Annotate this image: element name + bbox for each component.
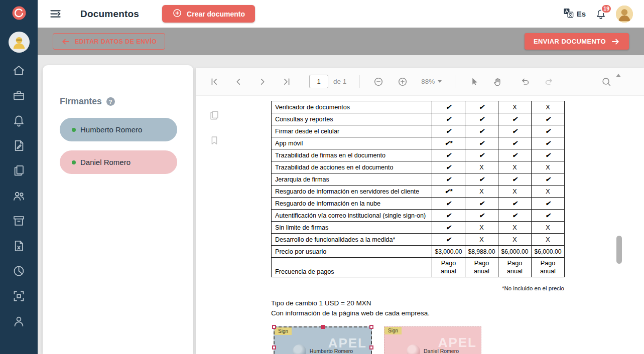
language-switcher[interactable]: Es: [563, 7, 586, 21]
send-document-label: ENVIAR DOCUMENTO: [534, 38, 606, 45]
resize-handle[interactable]: [369, 345, 373, 349]
resize-handle[interactable]: [321, 325, 325, 329]
online-dot-icon: [72, 160, 76, 164]
search-button[interactable]: [601, 76, 612, 87]
feature-cell: Resguardo de información en la nube: [272, 198, 432, 210]
value-cell: X: [532, 222, 565, 234]
send-document-button[interactable]: ENVIAR DOCUMENTO: [525, 33, 629, 50]
sidebar-item-profile[interactable]: [12, 314, 26, 328]
value-cell: ✔: [465, 198, 498, 210]
sidebar-item-archive[interactable]: [12, 214, 26, 228]
create-document-button[interactable]: Crear documento: [162, 5, 255, 23]
menu-toggle-button[interactable]: [49, 7, 62, 21]
toolbar-divider: [455, 75, 455, 88]
value-cell: ✔*: [432, 186, 465, 198]
value-cell: ✔: [432, 125, 465, 137]
sidebar-item-templates[interactable]: [12, 289, 26, 303]
value-cell: X: [532, 234, 565, 246]
user-avatar[interactable]: [616, 6, 633, 23]
value-cell: $3,000.00: [432, 246, 465, 258]
notifications-button[interactable]: 19: [595, 8, 607, 20]
plus-circle-icon: [172, 8, 182, 20]
toolbar-divider: [359, 75, 360, 88]
table-row: Sin limite de firmas✔XXX: [272, 222, 565, 234]
value-cell: ✔: [498, 149, 532, 161]
value-cell: X: [498, 101, 532, 113]
sign-document-icon: [12, 145, 26, 154]
signer-chip[interactable]: Humberto Romero: [60, 118, 177, 141]
zoom-in-button[interactable]: [397, 76, 408, 87]
sidebar-item-cases[interactable]: [12, 89, 26, 102]
next-page-button[interactable]: [257, 76, 268, 87]
undo-button[interactable]: [520, 76, 531, 87]
value-cell: ✔: [498, 173, 532, 186]
sidebar-item-home[interactable]: [12, 64, 26, 77]
arrow-left-icon: [61, 37, 70, 46]
zoom-level-dropdown[interactable]: 88%: [421, 78, 442, 85]
resize-handle[interactable]: [272, 325, 276, 329]
thumbnails-button[interactable]: [209, 110, 220, 121]
value-cell: Pago anual: [532, 258, 565, 277]
bookmark-icon: [209, 140, 220, 147]
signature-signer-name: Daniel Romero: [424, 348, 459, 354]
pdf-page: Verificador de documentos✔✔XXConsultas y…: [196, 96, 644, 354]
table-row: Verificador de documentos✔✔XX: [272, 101, 565, 113]
value-cell: ✔: [465, 125, 498, 137]
select-tool-button[interactable]: [468, 76, 479, 87]
arrow-right-icon: [611, 37, 620, 46]
value-cell: X: [465, 234, 498, 246]
feature-cell: Sin limite de firmas: [272, 222, 432, 234]
page-number-input[interactable]: [309, 75, 328, 88]
signature-signer-name: Humberto Romero: [310, 348, 353, 354]
file-x-icon: [12, 246, 26, 254]
comparison-table: Verificador de documentos✔✔XXConsultas y…: [271, 101, 565, 277]
sign-tag: Sign: [384, 327, 402, 334]
sidebar-item-sign-documents[interactable]: [12, 139, 26, 152]
feature-cell: Consultas y reportes: [272, 113, 432, 125]
table-row: Precio por usuario$3,000.00$8,988.00$6,0…: [272, 246, 565, 258]
zoom-out-button[interactable]: [373, 76, 384, 87]
scrollbar-up-arrow[interactable]: [616, 74, 621, 77]
resize-handle[interactable]: [272, 345, 276, 349]
feature-cell: Verificador de documentos: [272, 101, 432, 113]
first-page-button[interactable]: [209, 76, 220, 87]
menu-arrow-icon: [49, 15, 62, 22]
sidebar-item-spreadsheet[interactable]: [12, 239, 26, 253]
edit-send-data-label: EDITAR DATOS DE ENVÍO: [75, 38, 157, 45]
signature-field[interactable]: Sign APEL Daniel Romero: [384, 326, 481, 354]
bookmark-button[interactable]: [209, 135, 220, 146]
brand-logo[interactable]: [11, 5, 28, 22]
value-cell: X: [532, 186, 565, 198]
signature-field[interactable]: Sign APEL Humberto Romero: [274, 326, 372, 354]
value-cell: X: [498, 222, 532, 234]
edit-send-data-button[interactable]: EDITAR DATOS DE ENVÍO: [53, 33, 165, 50]
pie-chart-icon: [12, 271, 26, 279]
help-icon[interactable]: ?: [106, 97, 115, 106]
value-cell: ✔: [532, 113, 565, 125]
prev-page-button[interactable]: [233, 76, 244, 87]
topbar-right: Es 19: [563, 6, 633, 23]
feature-cell: Trazabilidad de acciones en el documento: [272, 161, 432, 173]
signature-logo-icon: [407, 344, 420, 354]
sidebar-item-notifications[interactable]: [12, 114, 26, 127]
sidebar-item-documents[interactable]: [12, 164, 26, 178]
signer-chip[interactable]: Daniel Romero: [60, 150, 177, 174]
zoom-level-value: 88%: [421, 78, 435, 85]
resize-handle[interactable]: [369, 325, 373, 329]
sidebar-item-reports[interactable]: [12, 264, 26, 278]
table-row: Consultas y reportes✔✔✔✔: [272, 113, 565, 125]
scrollbar-thumb[interactable]: [616, 236, 622, 264]
cursor-icon: [468, 81, 479, 89]
pdf-side-tools: [209, 110, 220, 146]
redo-button[interactable]: [544, 76, 555, 87]
home-icon: [12, 70, 26, 79]
table-row: Trazabilidad de firmas en el documento✔✔…: [272, 149, 565, 161]
sidebar-user-avatar[interactable]: [9, 32, 30, 53]
hand-tool-button[interactable]: [492, 76, 503, 87]
last-page-button[interactable]: [281, 76, 292, 87]
value-cell: $8,988.00: [465, 246, 498, 258]
content-area: Firmantes ? Humberto Romero Daniel Romer…: [38, 55, 644, 354]
page-count-label: de 1: [333, 78, 346, 85]
feature-cell: Resguardo de información en servidores d…: [272, 186, 432, 198]
sidebar-item-contacts[interactable]: [12, 189, 26, 203]
